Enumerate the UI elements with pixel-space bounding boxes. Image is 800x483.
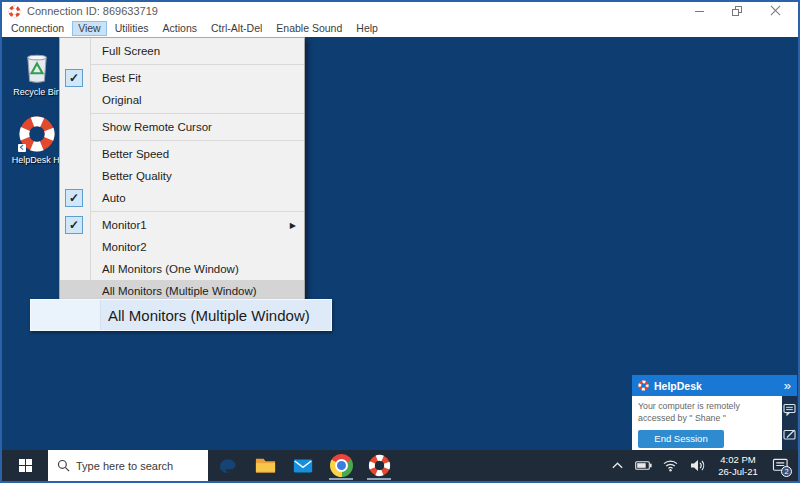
menu-item-monitor2[interactable]: Monitor2 — [60, 236, 304, 258]
recycle-bin-icon — [21, 51, 53, 85]
start-button[interactable] — [2, 450, 48, 481]
minimize-icon — [695, 11, 704, 12]
tray-chevron-button[interactable] — [604, 450, 630, 481]
tray-battery-button[interactable] — [630, 450, 657, 481]
clock-date: 26-Jul-21 — [718, 466, 758, 478]
minimize-button[interactable] — [680, 3, 718, 19]
helpdesk-logo-icon — [8, 5, 21, 18]
shortcut-arrow-icon — [18, 144, 26, 152]
clock-time: 4:02 PM — [720, 454, 755, 466]
annotate-icon[interactable] — [783, 428, 796, 441]
desktop-icon-helpdesk[interactable]: HelpDesk H. — [8, 115, 66, 165]
taskbar-chrome-button[interactable] — [322, 450, 360, 481]
remote-viewer-window: Connection ID: 869633719 Connection View… — [0, 0, 800, 483]
view-dropdown-menu: Full Screen ✓ Best Fit Original Show Rem… — [59, 37, 305, 305]
close-button[interactable] — [756, 3, 794, 19]
close-icon — [770, 6, 780, 16]
menu-item-full-screen[interactable]: Full Screen — [60, 40, 304, 62]
magnifier-tooltip: All Monitors (Multiple Window) — [30, 299, 332, 331]
chrome-icon — [330, 454, 353, 477]
titlebar: Connection ID: 869633719 — [2, 2, 798, 20]
menu-view[interactable]: View — [72, 21, 107, 36]
helpdesk-session-panel: HelpDesk » Your computer is remotely acc… — [632, 375, 797, 449]
taskbar-helpdesk-button[interactable] — [360, 450, 398, 481]
desktop-icon-recycle-bin[interactable]: Recycle Bin — [8, 51, 66, 97]
taskbar-mail-button[interactable] — [284, 450, 322, 481]
helpdesk-side-strip — [782, 396, 797, 450]
menu-item-show-remote-cursor[interactable]: Show Remote Cursor — [60, 116, 304, 138]
menu-enable-sound[interactable]: Enable Sound — [270, 21, 348, 36]
edge-icon — [216, 454, 239, 477]
restore-icon — [732, 6, 742, 16]
menu-ctrl-alt-del[interactable]: Ctrl-Alt-Del — [205, 21, 268, 36]
menu-utilities[interactable]: Utilities — [109, 21, 155, 36]
helpdesk-panel-header: HelpDesk » — [632, 375, 797, 396]
tray-clock[interactable]: 4:02 PM 26-Jul-21 — [711, 450, 765, 481]
submenu-arrow-icon: ▶ — [290, 221, 296, 230]
chat-icon[interactable] — [783, 403, 796, 416]
helpdesk-taskbar-icon — [368, 454, 391, 477]
checkmark-icon: ✓ — [65, 216, 83, 234]
search-icon — [57, 459, 70, 472]
mail-icon — [292, 455, 314, 477]
taskbar-file-explorer-button[interactable] — [246, 450, 284, 481]
notification-badge: 2 — [781, 466, 792, 477]
volume-icon — [690, 459, 705, 472]
menu-item-monitor1[interactable]: ✓ Monitor1 ▶ — [60, 214, 304, 236]
end-session-button[interactable]: End Session — [638, 430, 724, 448]
file-explorer-icon — [254, 454, 277, 477]
wifi-icon — [662, 459, 679, 472]
maximize-button[interactable] — [718, 3, 756, 19]
menu-separator — [91, 64, 304, 65]
menu-item-best-fit[interactable]: ✓ Best Fit — [60, 67, 304, 89]
checkmark-icon: ✓ — [65, 189, 83, 207]
menu-item-all-monitors-one-window[interactable]: All Monitors (One Window) — [60, 258, 304, 280]
menu-actions[interactable]: Actions — [157, 21, 203, 36]
menu-separator — [91, 211, 304, 212]
taskbar-search[interactable] — [48, 450, 208, 481]
menu-item-original[interactable]: Original — [60, 89, 304, 111]
search-input[interactable] — [76, 460, 194, 472]
desktop-icon-label: HelpDesk H. — [8, 155, 66, 165]
windows-logo-icon — [19, 459, 32, 472]
magnifier-label: All Monitors (Multiple Window) — [101, 307, 310, 324]
helpdesk-logo-icon — [638, 380, 649, 391]
magnifier-gutter — [31, 300, 101, 330]
menu-help[interactable]: Help — [350, 21, 384, 36]
session-message: Your computer is remotely accessed by " … — [638, 401, 776, 425]
desktop-icon-label: Recycle Bin — [8, 87, 66, 97]
menu-separator — [91, 113, 304, 114]
remote-desktop-area: Recycle Bin HelpDesk H. Full Screen ✓ Be… — [2, 37, 798, 450]
menu-item-better-quality[interactable]: Better Quality — [60, 165, 304, 187]
menu-connection[interactable]: Connection — [5, 21, 70, 36]
window-title: Connection ID: 869633719 — [27, 5, 158, 17]
collapse-chevron-icon[interactable]: » — [784, 379, 791, 392]
menu-item-auto[interactable]: ✓ Auto — [60, 187, 304, 209]
tray-wifi-button[interactable] — [657, 450, 684, 481]
taskbar-edge-button[interactable] — [208, 450, 246, 481]
helpdesk-panel-title: HelpDesk — [654, 380, 702, 392]
chevron-up-icon — [611, 461, 624, 470]
menu-item-better-speed[interactable]: Better Speed — [60, 143, 304, 165]
helpdesk-panel-body: Your computer is remotely accessed by " … — [632, 396, 782, 450]
tray-volume-button[interactable] — [684, 450, 711, 481]
menubar: Connection View Utilities Actions Ctrl-A… — [2, 20, 798, 37]
battery-icon — [635, 460, 652, 471]
menu-separator — [91, 140, 304, 141]
checkmark-icon: ✓ — [65, 69, 83, 87]
action-center-button[interactable]: 2 — [765, 450, 795, 481]
taskbar: 4:02 PM 26-Jul-21 2 — [2, 450, 798, 481]
